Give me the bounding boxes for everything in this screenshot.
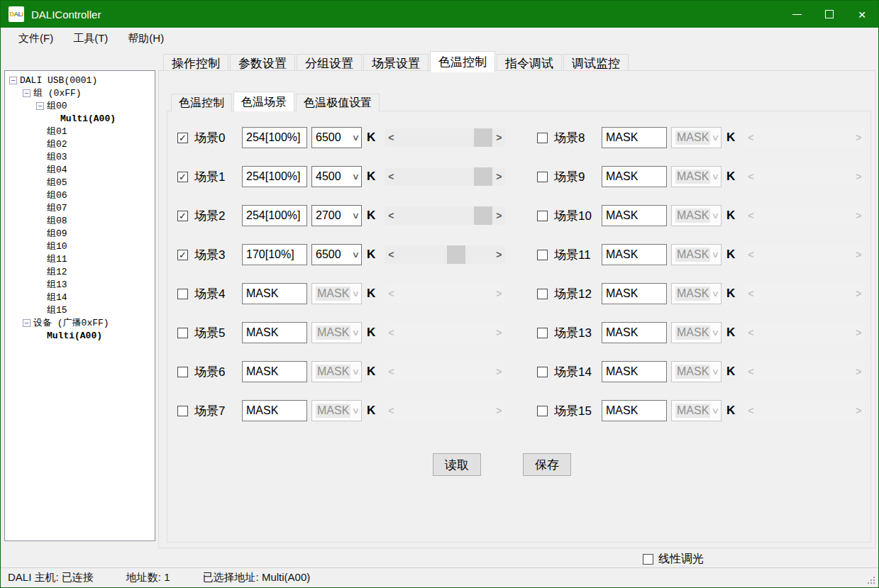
level-input[interactable]	[602, 400, 667, 421]
menu-item-0[interactable]: 文件(F)	[9, 28, 63, 49]
kelvin-select[interactable]: MASK∨	[671, 322, 722, 343]
kelvin-select[interactable]: MASK∨	[671, 400, 722, 421]
level-input[interactable]	[242, 283, 307, 304]
kelvin-select[interactable]: MASK∨	[311, 400, 362, 421]
scroll-thumb[interactable]	[474, 167, 492, 186]
scroll-left-arrow-icon[interactable]: <	[385, 128, 397, 147]
scene-checkbox[interactable]	[537, 133, 548, 143]
scroll-left-arrow-icon[interactable]: <	[385, 167, 397, 186]
level-scrollbar[interactable]: <>	[385, 245, 505, 264]
scene-checkbox[interactable]: ✓	[177, 211, 188, 221]
subtab-1[interactable]: 色温场景	[233, 91, 294, 111]
scene-checkbox[interactable]: ✓	[177, 172, 188, 182]
level-input[interactable]	[602, 283, 667, 304]
kelvin-select[interactable]: MASK∨	[671, 166, 722, 187]
level-input[interactable]	[602, 322, 667, 343]
tree-expander-icon[interactable]: −	[23, 89, 31, 97]
tree-node-3[interactable]: Multi(A00)	[5, 112, 155, 125]
scroll-right-arrow-icon[interactable]: >	[492, 167, 505, 186]
tab-4[interactable]: 色温控制	[430, 51, 495, 72]
level-input[interactable]	[602, 205, 667, 226]
kelvin-select[interactable]: MASK∨	[671, 127, 722, 148]
tree-node-12[interactable]: 组09	[5, 227, 155, 240]
kelvin-select[interactable]: MASK∨	[671, 244, 722, 265]
minimize-button[interactable]	[780, 1, 813, 28]
kelvin-select[interactable]: MASK∨	[671, 283, 722, 304]
scroll-track[interactable]	[397, 128, 492, 147]
kelvin-select[interactable]: MASK∨	[311, 361, 362, 382]
scroll-right-arrow-icon[interactable]: >	[492, 245, 505, 264]
scroll-track[interactable]	[397, 245, 492, 264]
kelvin-select[interactable]: 6500∨	[311, 127, 362, 148]
level-input[interactable]	[242, 166, 307, 187]
tree-node-11[interactable]: 组08	[5, 214, 155, 227]
kelvin-select[interactable]: MASK∨	[671, 205, 722, 226]
tree-node-19[interactable]: −设备 (广播0xFF)	[5, 316, 155, 329]
scroll-left-arrow-icon[interactable]: <	[385, 245, 397, 264]
scene-checkbox[interactable]	[177, 289, 188, 299]
scroll-track[interactable]	[397, 167, 492, 186]
tree-expander-icon[interactable]: −	[9, 77, 17, 84]
scene-checkbox[interactable]: ✓	[177, 250, 188, 260]
kelvin-select[interactable]: MASK∨	[311, 322, 362, 343]
scene-checkbox[interactable]	[537, 211, 548, 221]
tree-expander-icon[interactable]: −	[36, 102, 44, 110]
level-input[interactable]	[602, 244, 667, 265]
scene-checkbox[interactable]	[537, 406, 548, 416]
scene-checkbox[interactable]	[537, 367, 548, 377]
tree-node-13[interactable]: 组10	[5, 240, 155, 253]
tree-node-20[interactable]: Multi(A00)	[5, 329, 155, 342]
level-scrollbar[interactable]: <>	[385, 167, 505, 186]
kelvin-select[interactable]: MASK∨	[671, 361, 722, 382]
tree-node-1[interactable]: −组 (0xFF)	[5, 87, 155, 99]
tree-node-17[interactable]: 组14	[5, 291, 155, 304]
level-input[interactable]	[242, 127, 307, 148]
tree-node-16[interactable]: 组13	[5, 278, 155, 291]
read-button[interactable]: 读取	[433, 453, 481, 476]
level-input[interactable]	[242, 205, 307, 226]
kelvin-select[interactable]: 2700∨	[311, 205, 362, 226]
level-input[interactable]	[602, 127, 667, 148]
level-input[interactable]	[602, 166, 667, 187]
scene-checkbox[interactable]	[537, 250, 548, 260]
tree-node-14[interactable]: 组11	[5, 253, 155, 265]
scene-checkbox[interactable]	[177, 406, 188, 416]
scroll-thumb[interactable]	[474, 128, 492, 147]
tree-expander-icon[interactable]: −	[23, 319, 31, 327]
level-scrollbar[interactable]: <>	[385, 206, 505, 225]
scroll-right-arrow-icon[interactable]: >	[492, 206, 505, 225]
tree-node-10[interactable]: 组07	[5, 201, 155, 214]
tree-node-0[interactable]: −DALI USB(0001)	[5, 74, 155, 87]
tree-node-18[interactable]: 组15	[5, 304, 155, 316]
level-input[interactable]	[242, 244, 307, 265]
scroll-thumb[interactable]	[474, 206, 492, 225]
tree-node-7[interactable]: 组04	[5, 163, 155, 176]
scene-checkbox[interactable]	[177, 367, 188, 377]
tree-node-15[interactable]: 组12	[5, 265, 155, 278]
scene-checkbox[interactable]	[177, 328, 188, 338]
scene-checkbox[interactable]	[537, 328, 548, 338]
scroll-thumb[interactable]	[447, 245, 465, 264]
level-input[interactable]	[242, 400, 307, 421]
scene-checkbox[interactable]	[537, 289, 548, 299]
kelvin-select[interactable]: MASK∨	[311, 283, 362, 304]
scroll-track[interactable]	[397, 206, 492, 225]
tree-node-6[interactable]: 组03	[5, 150, 155, 163]
tree-node-2[interactable]: −组00	[5, 99, 155, 112]
tree-node-4[interactable]: 组01	[5, 125, 155, 138]
tree-node-5[interactable]: 组02	[5, 138, 155, 150]
close-button[interactable]: ×	[846, 1, 878, 28]
subtab-2[interactable]: 色温极值设置	[296, 94, 380, 111]
level-scrollbar[interactable]: <>	[385, 128, 505, 147]
subtab-0[interactable]: 色温控制	[171, 94, 232, 111]
scene-checkbox[interactable]: ✓	[177, 133, 188, 143]
level-input[interactable]	[602, 361, 667, 382]
level-input[interactable]	[242, 361, 307, 382]
scene-checkbox[interactable]	[537, 172, 548, 182]
level-input[interactable]	[242, 322, 307, 343]
menu-item-1[interactable]: 工具(T)	[63, 28, 118, 49]
save-button[interactable]: 保存	[523, 453, 571, 476]
maximize-button[interactable]	[813, 1, 846, 28]
tree-node-9[interactable]: 组06	[5, 189, 155, 201]
kelvin-select[interactable]: 6500∨	[311, 244, 362, 265]
